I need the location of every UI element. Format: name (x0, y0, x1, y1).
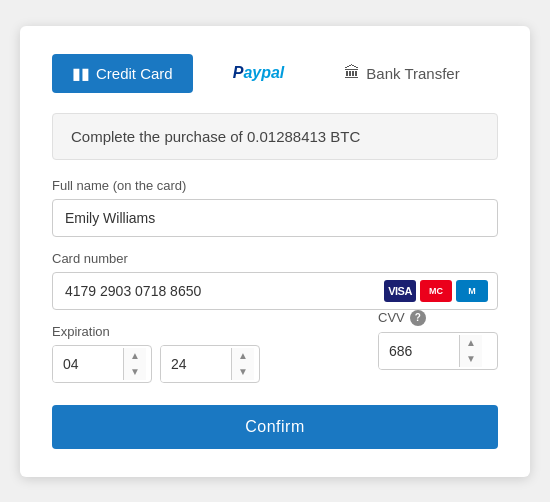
tab-credit-card[interactable]: ▮▮ Credit Card (52, 54, 193, 93)
cvv-label-text: CVV (378, 310, 405, 325)
card-brand-icons: VISA MC M (384, 280, 488, 302)
mastercard-icon: MC (420, 280, 452, 302)
full-name-input[interactable] (52, 199, 498, 237)
purchase-notice-text: Complete the purchase of 0.01288413 BTC (71, 128, 360, 145)
maestro-icon: M (456, 280, 488, 302)
tab-credit-card-label: Credit Card (96, 65, 173, 82)
cvv-down-button[interactable]: ▼ (460, 351, 482, 367)
month-up-button[interactable]: ▲ (124, 348, 146, 364)
cvv-label-row: CVV ? (378, 310, 498, 326)
purchase-notice: Complete the purchase of 0.01288413 BTC (52, 113, 498, 160)
year-down-button[interactable]: ▼ (232, 364, 254, 380)
month-input[interactable] (53, 346, 123, 382)
cvv-arrows: ▲ ▼ (459, 335, 482, 367)
month-arrows: ▲ ▼ (123, 348, 146, 380)
paypal-icon: Paypal (233, 64, 285, 82)
expiry-cvv-row: Expiration ▲ ▼ ▲ ▼ (52, 310, 498, 383)
year-spinner: ▲ ▼ (160, 345, 260, 383)
tab-paypal[interactable]: Paypal (213, 54, 305, 92)
tab-bank-transfer[interactable]: 🏛 Bank Transfer (324, 54, 479, 92)
card-number-wrap: VISA MC M (52, 272, 498, 310)
confirm-button[interactable]: Confirm (52, 405, 498, 449)
cvv-input[interactable] (379, 333, 459, 369)
credit-card-icon: ▮▮ (72, 64, 90, 83)
expiry-group: Expiration ▲ ▼ ▲ ▼ (52, 310, 364, 383)
cvv-up-button[interactable]: ▲ (460, 335, 482, 351)
month-spinner: ▲ ▼ (52, 345, 152, 383)
cvv-spinner: ▲ ▼ (378, 332, 498, 370)
visa-icon: VISA (384, 280, 416, 302)
payment-card: ▮▮ Credit Card Paypal 🏛 Bank Transfer Co… (20, 26, 530, 477)
full-name-label: Full name (on the card) (52, 178, 498, 193)
year-up-button[interactable]: ▲ (232, 348, 254, 364)
tab-bank-label: Bank Transfer (366, 65, 459, 82)
confirm-button-label: Confirm (245, 418, 305, 435)
cvv-group: CVV ? ▲ ▼ (378, 310, 498, 370)
cvv-help-icon[interactable]: ? (410, 310, 426, 326)
payment-tabs: ▮▮ Credit Card Paypal 🏛 Bank Transfer (52, 54, 498, 93)
card-number-label: Card number (52, 251, 498, 266)
expiration-label: Expiration (52, 324, 110, 339)
bank-icon: 🏛 (344, 64, 360, 82)
year-input[interactable] (161, 346, 231, 382)
month-down-button[interactable]: ▼ (124, 364, 146, 380)
year-arrows: ▲ ▼ (231, 348, 254, 380)
expiry-inputs: ▲ ▼ ▲ ▼ (52, 345, 260, 383)
